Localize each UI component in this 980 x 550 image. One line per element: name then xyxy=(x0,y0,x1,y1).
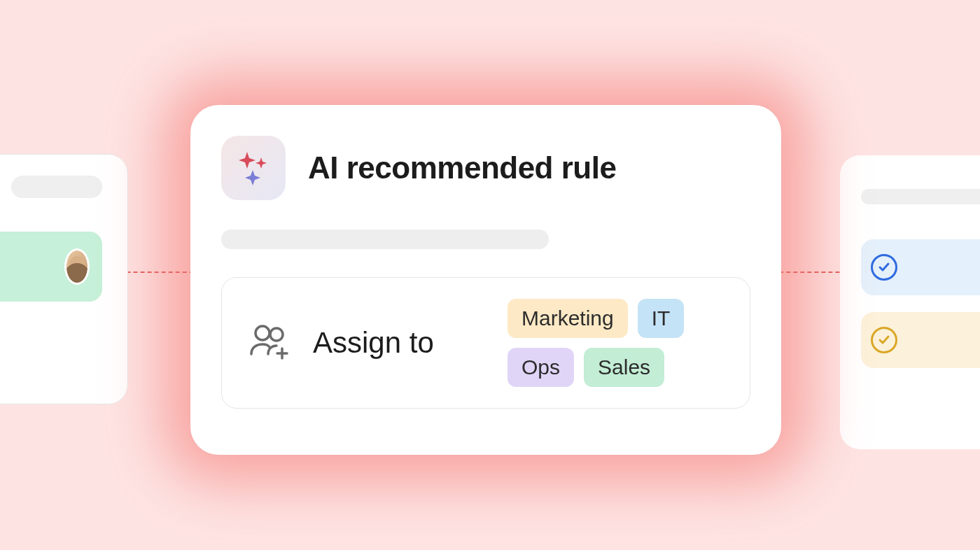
ai-recommended-rule-card: AI recommended rule Assign to Marketing … xyxy=(190,105,781,455)
sparkles-icon xyxy=(221,136,286,200)
svg-point-1 xyxy=(270,328,283,341)
user-avatar xyxy=(64,248,90,285)
skeleton-placeholder xyxy=(221,230,549,249)
skeleton-placeholder xyxy=(11,176,102,198)
tag-it[interactable]: IT xyxy=(638,299,685,338)
right-peek-card xyxy=(840,155,980,449)
svg-point-0 xyxy=(255,326,270,340)
assign-to-panel: Assign to Marketing IT Ops Sales xyxy=(221,277,750,409)
assignee-row xyxy=(0,232,102,302)
card-title: AI recommended rule xyxy=(308,150,616,185)
tag-group: Marketing IT Ops Sales xyxy=(507,299,724,387)
tag-sales[interactable]: Sales xyxy=(584,348,664,387)
check-circle-icon xyxy=(871,254,897,281)
people-add-icon xyxy=(247,322,292,364)
left-peek-card xyxy=(0,154,128,404)
status-row xyxy=(861,239,980,295)
status-row xyxy=(861,312,980,368)
tag-marketing[interactable]: Marketing xyxy=(507,299,628,338)
skeleton-placeholder xyxy=(861,189,980,204)
check-circle-icon xyxy=(871,327,897,353)
assign-to-label: Assign to xyxy=(313,326,434,360)
card-header: AI recommended rule xyxy=(221,136,750,200)
tag-ops[interactable]: Ops xyxy=(507,348,574,387)
